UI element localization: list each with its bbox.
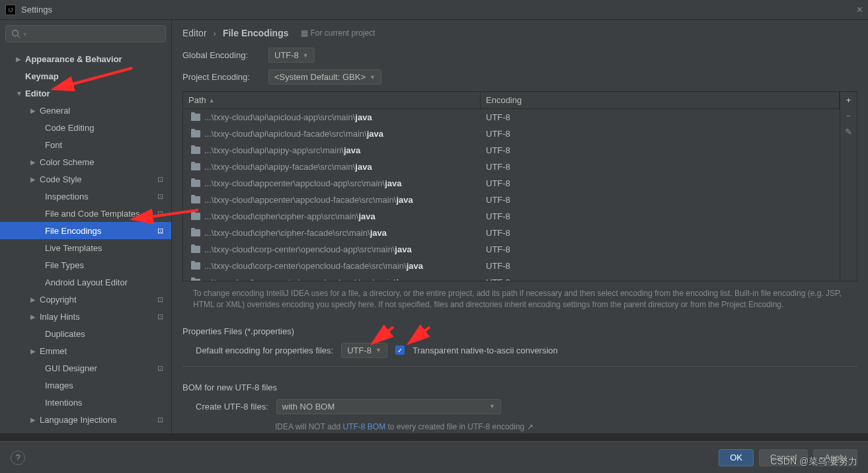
remove-row-button[interactable]: −	[840, 108, 857, 124]
table-row[interactable]: ...\txxy-cloud\corp-center\opencloud-web…	[183, 274, 840, 281]
tree-item-images[interactable]: Images	[0, 377, 171, 394]
app-icon: IJ	[5, 5, 16, 15]
table-row[interactable]: ...\txxy-cloud\api\apipy-facade\src\main…	[183, 159, 840, 175]
tree-item-code-style[interactable]: ▶Code Style⊡	[0, 170, 171, 188]
folder-icon	[191, 213, 200, 220]
tree-item-editor[interactable]: ▼Editor	[0, 85, 171, 102]
table-row[interactable]: ...\txxy-cloud\cipher\cipher-facade\src\…	[183, 225, 840, 241]
window-title: Settings	[21, 5, 857, 15]
tree-item-inspections[interactable]: Inspections⊡	[0, 188, 171, 205]
tree-item-file-encodings[interactable]: File Encodings⊡	[0, 222, 171, 239]
gear-icon: ⊡	[157, 312, 163, 321]
folder-icon	[191, 196, 200, 203]
tree-item-color-scheme[interactable]: ▶Color Scheme	[0, 153, 171, 170]
breadcrumb: Editor › File Encodings ▦For current pro…	[182, 28, 857, 38]
search-input[interactable]: ▾	[5, 25, 166, 42]
tree-item-live-templates[interactable]: Live Templates	[0, 239, 171, 256]
expand-icon: ▶	[30, 347, 40, 355]
gear-icon: ⊡	[157, 295, 163, 304]
tree-item-font[interactable]: Font	[0, 136, 171, 153]
encoding-hint: To change encoding IntelliJ IDEA uses fo…	[182, 281, 857, 317]
table-row[interactable]: ...\txxy-cloud\api\apicloud-app\src\main…	[183, 109, 840, 126]
table-row[interactable]: ...\txxy-cloud\cipher\cipher-app\src\mai…	[183, 208, 840, 225]
tree-item-emmet[interactable]: ▶Emmet	[0, 342, 171, 359]
bom-note: IDEA will NOT add UTF-8 BOM to every cre…	[275, 422, 857, 431]
breadcrumb-editor[interactable]: Editor	[182, 28, 207, 38]
settings-tree[interactable]: ▶Appearance & BehaviorKeymap▼Editor▶Gene…	[0, 48, 171, 433]
search-icon	[11, 29, 20, 38]
chevron-right-icon: ›	[214, 28, 216, 38]
tree-item-language-injections[interactable]: ▶Language Injections⊡	[0, 411, 171, 428]
table-row[interactable]: ...\txxy-cloud\api\apipy-app\src\main\ja…	[183, 142, 840, 159]
tree-item-file-types[interactable]: File Types	[0, 256, 171, 273]
table-header-path[interactable]: Path ▲	[183, 92, 481, 108]
folder-icon	[191, 147, 200, 154]
tree-item-appearance-behavior[interactable]: ▶Appearance & Behavior	[0, 50, 171, 67]
create-utf8-label: Create UTF-8 files:	[196, 402, 268, 412]
tree-item-keymap[interactable]: Keymap	[0, 67, 171, 85]
transparent-ascii-checkbox[interactable]: ✓	[395, 346, 405, 355]
folder-icon	[191, 163, 200, 170]
sort-asc-icon: ▲	[209, 97, 215, 104]
folder-icon	[191, 130, 200, 137]
close-icon[interactable]: ×	[857, 4, 863, 16]
expand-icon: ▶	[30, 433, 40, 434]
project-encoding-label: Project Encoding:	[182, 72, 262, 82]
create-utf8-combo[interactable]: with NO BOM▼	[276, 399, 501, 414]
expand-icon: ▶	[30, 176, 40, 183]
expand-icon: ▶	[16, 55, 25, 63]
project-icon: ▦	[301, 28, 308, 38]
bom-title: BOM for new UTF-8 files	[182, 382, 857, 392]
svg-point-0	[13, 30, 19, 36]
default-properties-encoding-label: Default encoding for properties files:	[196, 346, 333, 355]
expand-icon: ▶	[30, 416, 40, 423]
table-row[interactable]: ...\txxy-cloud\corp-center\opencloud-app…	[183, 241, 840, 258]
gear-icon: ⊡	[157, 175, 163, 184]
tree-item-copyright[interactable]: ▶Copyright⊡	[0, 291, 171, 308]
tree-item-general[interactable]: ▶General	[0, 102, 171, 119]
add-row-button[interactable]: +	[840, 92, 857, 108]
help-button[interactable]: ?	[11, 451, 25, 465]
gear-icon: ⊡	[157, 209, 163, 218]
caret-down-icon: ▼	[375, 347, 381, 353]
folder-icon	[191, 246, 200, 253]
table-row[interactable]: ...\txxy-cloud\appcenter\appcloud-app\sr…	[183, 175, 840, 192]
svg-line-1	[18, 36, 20, 38]
for-current-project: ▦For current project	[301, 28, 375, 38]
utf8-bom-link[interactable]: UTF-8 BOM	[342, 422, 385, 431]
table-row[interactable]: ...\txxy-cloud\api\apicloud-facade\src\m…	[183, 126, 840, 142]
caret-down-icon: ▼	[303, 52, 309, 59]
gear-icon: ⊡	[157, 364, 163, 373]
global-encoding-combo[interactable]: UTF-8▼	[268, 48, 315, 63]
dialog-footer: ? OK Cancel Apply	[0, 441, 868, 473]
caret-down-icon: ▼	[370, 74, 375, 81]
gear-icon: ⊡	[157, 192, 163, 201]
table-row[interactable]: ...\txxy-cloud\corp-center\opencloud-fac…	[183, 258, 840, 274]
tree-item-android-layout-editor[interactable]: Android Layout Editor	[0, 273, 171, 291]
tree-item-inlay-hints[interactable]: ▶Inlay Hints⊡	[0, 308, 171, 325]
project-encoding-combo[interactable]: <System Default: GBK>▼	[268, 69, 381, 85]
folder-icon	[191, 114, 200, 121]
table-row[interactable]: ...\txxy-cloud\appcenter\appcloud-facade…	[183, 192, 840, 208]
expand-icon: ▶	[30, 296, 40, 303]
transparent-ascii-label: Transparent native-to-ascii conversion	[413, 346, 558, 355]
table-header-encoding[interactable]: Encoding	[481, 92, 840, 108]
breadcrumb-file-encodings: File Encodings	[223, 28, 289, 38]
divider	[182, 366, 857, 367]
expand-icon: ▶	[30, 159, 40, 166]
edit-row-button[interactable]: ✎	[840, 124, 857, 139]
tree-item-proofreading[interactable]: ▶Proofreading	[0, 428, 171, 433]
folder-icon	[191, 180, 200, 187]
folder-icon	[191, 279, 200, 281]
expand-icon: ▼	[16, 90, 25, 97]
tree-item-gui-designer[interactable]: GUI Designer⊡	[0, 359, 171, 377]
external-link-icon: ↗	[527, 422, 533, 431]
folder-icon	[191, 262, 200, 270]
tree-item-code-editing[interactable]: Code Editing	[0, 119, 171, 136]
ok-button[interactable]: OK	[719, 449, 754, 466]
tree-item-duplicates[interactable]: Duplicates	[0, 325, 171, 342]
tree-item-intentions[interactable]: Intentions	[0, 394, 171, 411]
tree-item-file-and-code-templates[interactable]: File and Code Templates⊡	[0, 205, 171, 222]
default-properties-encoding-combo[interactable]: UTF-8▼	[341, 343, 387, 358]
encoding-table: Path ▲ Encoding ...\txxy-cloud\api\apicl…	[182, 91, 857, 281]
